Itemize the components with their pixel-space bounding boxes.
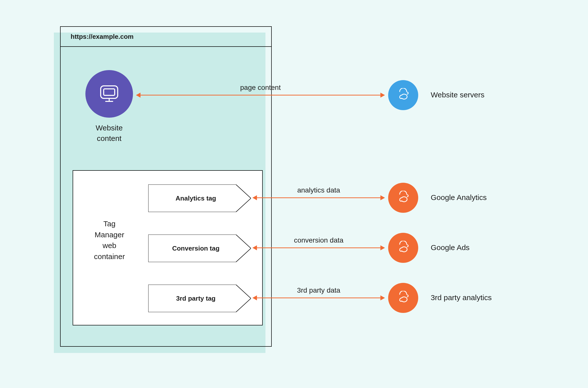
cloud-icon — [396, 241, 410, 255]
arrow-third-party-data-label: 3rd party data — [253, 286, 384, 294]
website-content-label: Website content — [83, 123, 136, 144]
cloud-icon — [396, 88, 410, 102]
google-analytics-label: Google Analytics — [431, 193, 487, 202]
tag-manager-container: Tag Manager web container Analytics tag … — [73, 170, 263, 325]
diagram-canvas: https://example.com Website content Tag … — [0, 0, 588, 388]
analytics-tag-node: Analytics tag — [148, 184, 251, 212]
svg-rect-1 — [104, 89, 115, 95]
cloud-icon — [396, 191, 410, 205]
google-analytics-node — [388, 183, 418, 213]
conversion-tag-label: Conversion tag — [172, 245, 219, 252]
third-party-analytics-node — [388, 283, 418, 313]
tag-manager-label: Tag Manager web container — [81, 218, 138, 262]
arrow-analytics-data-label: analytics data — [253, 186, 384, 194]
google-ads-label: Google Ads — [431, 243, 470, 252]
website-content-node — [85, 70, 133, 118]
conversion-tag-node: Conversion tag — [148, 235, 251, 262]
browser-url-text: https://example.com — [71, 33, 133, 41]
google-ads-node — [388, 233, 418, 263]
third-party-analytics-label: 3rd party analytics — [431, 293, 492, 302]
browser-url-bar: https://example.com — [61, 27, 271, 47]
analytics-tag-label: Analytics tag — [176, 195, 216, 202]
website-servers-node — [388, 80, 418, 110]
cloud-icon — [396, 291, 410, 305]
third-party-tag-label: 3rd party tag — [176, 295, 216, 302]
website-servers-label: Website servers — [431, 91, 485, 99]
monitor-icon — [98, 82, 121, 105]
third-party-tag-node: 3rd party tag — [148, 285, 251, 312]
arrow-conversion-data-label: conversion data — [253, 236, 384, 244]
arrow-page-content-label: page content — [136, 84, 384, 92]
